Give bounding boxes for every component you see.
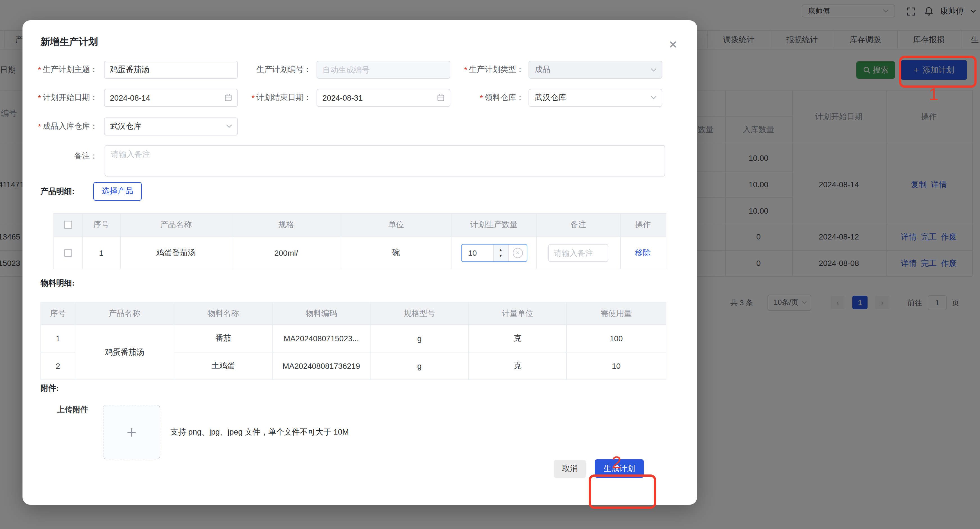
material-cell-code: MA2024080715023... <box>273 325 371 353</box>
product-col-unit: 单位 <box>341 214 452 237</box>
material-warehouse-select[interactable]: 武汉仓库 <box>528 89 662 106</box>
material-col-qty: 需使用量 <box>567 302 666 325</box>
row-remark-input[interactable] <box>548 244 608 262</box>
required-asterisk: * <box>464 65 467 74</box>
annotation-box-1 <box>899 56 976 87</box>
material-cell-qty: 10 <box>567 353 666 380</box>
app-stage: 康帅傅 康帅傅 产 调拨统计 报损统计 库存调拨 <box>0 0 980 529</box>
product-col-qty: 计划生产数量 <box>452 214 537 237</box>
subject-input[interactable] <box>104 61 237 79</box>
product-col-remark: 备注 <box>537 214 620 237</box>
product-warehouse-value: 武汉仓库 <box>110 121 142 131</box>
chevron-down-icon <box>651 95 657 100</box>
start-date-value: 2024-08-14 <box>110 93 150 102</box>
quantity-stepper[interactable]: 10 ▲ ▼ × <box>461 244 527 262</box>
end-date-label: * 计划结束日期： <box>236 89 312 106</box>
material-col-code: 物料编码 <box>273 302 371 325</box>
product-cell-name: 鸡蛋番茄汤 <box>121 237 232 269</box>
material-warehouse-value: 武汉仓库 <box>535 92 566 103</box>
required-asterisk: * <box>38 93 41 102</box>
clear-icon[interactable]: × <box>512 248 523 258</box>
add-plan-modal: 新增生产计划 ✕ * 生产计划主题： 生产计划编号： * 生产计划类型： 成品 … <box>22 20 697 505</box>
material-cell-index: 2 <box>41 353 75 380</box>
material-col-product: 产品名称 <box>75 302 174 325</box>
row-checkbox[interactable] <box>64 249 72 257</box>
material-cell-index: 1 <box>41 325 75 353</box>
required-asterisk: * <box>251 93 255 102</box>
cancel-button[interactable]: 取消 <box>554 460 586 478</box>
row-select-cell <box>54 237 83 269</box>
material-cell-qty: 100 <box>567 325 666 353</box>
material-cell-spec: g <box>371 325 469 353</box>
material-cell-unit: 克 <box>469 353 567 380</box>
select-product-button[interactable]: 选择产品 <box>93 182 142 201</box>
stepper-down-icon[interactable]: ▼ <box>499 254 503 257</box>
material-cell-name: 土鸡蛋 <box>174 353 273 380</box>
start-date-input[interactable]: 2024-08-14 <box>104 89 237 106</box>
remove-link[interactable]: 移除 <box>635 248 651 258</box>
subject-label: * 生产计划主题： <box>22 61 98 79</box>
modal-title: 新增生产计划 <box>40 35 98 48</box>
start-date-label: * 计划开始日期： <box>22 89 98 106</box>
annotation-number-1: 1 <box>929 84 939 105</box>
annotation-box-2 <box>589 475 656 508</box>
product-cell-operation: 移除 <box>620 237 666 269</box>
stepper-controls: ▲ ▼ <box>493 244 509 261</box>
material-cell-code: MA202408081736219 <box>273 353 371 380</box>
material-cell-unit: 克 <box>469 325 567 353</box>
attachment-section-label: 附件: <box>40 383 59 394</box>
close-icon[interactable]: ✕ <box>666 38 680 51</box>
annotation-number-2: 2 <box>612 453 622 473</box>
material-warehouse-label: * 领料仓库： <box>447 89 524 106</box>
end-date-input[interactable]: 2024-08-31 <box>316 89 450 106</box>
material-section-label: 物料明细: <box>40 278 75 288</box>
product-col-index: 序号 <box>83 214 121 237</box>
product-section-label: 产品明细: <box>40 187 75 197</box>
product-warehouse-select[interactable]: 武汉仓库 <box>104 117 237 135</box>
product-col-spec: 规格 <box>232 214 341 237</box>
screenshot-viewport: 康帅傅 康帅傅 产 调拨统计 报损统计 库存调拨 <box>0 0 980 529</box>
product-cell-unit: 碗 <box>341 237 452 269</box>
required-asterisk: * <box>38 122 41 131</box>
product-cell-index: 1 <box>83 237 121 269</box>
remark-textarea[interactable] <box>105 145 665 176</box>
plan-type-value: 成品 <box>535 65 550 75</box>
required-asterisk: * <box>38 65 41 74</box>
upload-plus-icon: + <box>127 423 136 442</box>
product-cell-remark <box>537 237 620 269</box>
chevron-down-icon <box>651 68 657 71</box>
material-cell-name: 番茄 <box>174 325 273 353</box>
calendar-icon <box>437 93 444 102</box>
upload-hint: 支持 png、jpg、jpeg 文件，单个文件不可大于 10M <box>170 427 349 437</box>
product-col-operation: 操作 <box>620 214 666 237</box>
upload-label: 上传附件 <box>57 405 88 415</box>
required-asterisk: * <box>480 93 483 102</box>
product-table: 序号 产品名称 规格 单位 计划生产数量 备注 操作 1 鸡蛋番茄汤 200ml… <box>53 213 666 269</box>
quantity-value: 10 <box>461 248 493 257</box>
end-date-value: 2024-08-31 <box>323 93 363 102</box>
plan-no-input <box>316 61 450 79</box>
material-col-index: 序号 <box>41 302 75 325</box>
material-table: 序号 产品名称 物料名称 物料编码 规格型号 计量单位 需使用量 1 鸡蛋番茄汤… <box>40 302 666 380</box>
upload-attachment-button[interactable]: + <box>103 405 160 459</box>
plan-no-label: 生产计划编号： <box>236 61 312 79</box>
select-all-checkbox[interactable] <box>64 221 72 229</box>
material-cell-product-merged: 鸡蛋番茄汤 <box>75 325 174 380</box>
material-col-unit: 计量单位 <box>469 302 567 325</box>
plan-type-label: * 生产计划类型： <box>447 61 524 79</box>
material-cell-spec: g <box>371 353 469 380</box>
calendar-icon <box>224 93 232 102</box>
remark-label: 备注： <box>22 147 98 165</box>
material-col-name: 物料名称 <box>174 302 273 325</box>
product-cell-qty: 10 ▲ ▼ × <box>452 237 537 269</box>
plan-type-select: 成品 <box>528 61 662 79</box>
chevron-down-icon <box>226 124 232 128</box>
material-col-spec: 规格型号 <box>371 302 469 325</box>
select-all-cell <box>54 214 83 237</box>
stepper-up-icon[interactable]: ▲ <box>499 248 503 252</box>
product-cell-spec: 200ml/ <box>232 237 341 269</box>
product-warehouse-label: * 成品入库仓库： <box>22 117 98 135</box>
product-col-name: 产品名称 <box>121 214 232 237</box>
